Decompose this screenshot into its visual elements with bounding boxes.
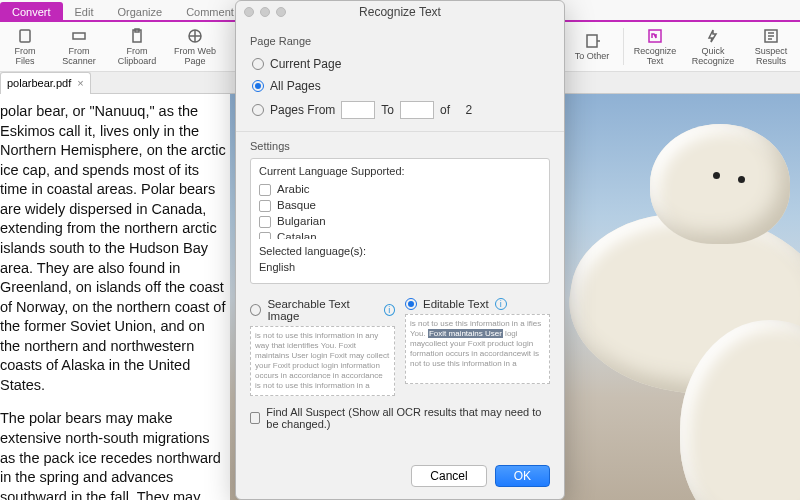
other-icon	[584, 33, 600, 49]
quick-ocr-icon	[705, 28, 721, 44]
recognize-text-dialog: Recognize Text Page Range Current Page A…	[235, 0, 565, 500]
tab-organize[interactable]: Organize	[106, 2, 175, 20]
radio-searchable-text[interactable]: Searchable Text Imagei	[250, 298, 395, 326]
tool-quick-recognize[interactable]: Quick Recognize	[684, 22, 742, 71]
preview-searchable: is not to use this information in any wa…	[250, 326, 395, 396]
dialog-titlebar: Recognize Text	[236, 1, 564, 23]
tool-suspect-results[interactable]: Suspect Results	[742, 22, 800, 71]
tool-recognize-text[interactable]: Recognize Text	[626, 22, 684, 71]
tool-from-scanner[interactable]: From Scanner	[50, 22, 108, 71]
page-range-label: Page Range	[250, 35, 550, 47]
tab-edit[interactable]: Edit	[63, 2, 106, 20]
suspect-icon	[763, 28, 779, 44]
language-list[interactable]: Arabic Basque Bulgarian Catalan	[259, 181, 541, 239]
svg-rect-1	[73, 33, 85, 39]
info-icon[interactable]: i	[495, 298, 507, 310]
selected-lang-label: Selected language(s):	[259, 245, 541, 257]
ocr-icon	[647, 28, 663, 44]
tab-convert[interactable]: Convert	[0, 2, 63, 20]
document-text: polar bear, or "Nanuuq," as the Eskimos …	[0, 94, 230, 500]
clipboard-icon	[129, 28, 145, 44]
cancel-button[interactable]: Cancel	[411, 465, 486, 487]
ok-button[interactable]: OK	[495, 465, 550, 487]
tool-from-web[interactable]: From Web Page	[166, 22, 224, 71]
document-tab[interactable]: polarbear.pdf ×	[0, 72, 91, 94]
svg-rect-0	[20, 30, 30, 42]
tool-from-clipboard[interactable]: From Clipboard	[108, 22, 166, 71]
info-icon[interactable]: i	[384, 304, 395, 316]
radio-pages-from[interactable]: Pages From To of 2	[250, 97, 550, 123]
tool-from-files[interactable]: From Files	[0, 22, 50, 71]
pages-to-input[interactable]	[400, 101, 434, 119]
scanner-icon	[71, 28, 87, 44]
find-all-suspect-checkbox[interactable]: Find All Suspect (Show all OCR results t…	[250, 406, 550, 430]
web-icon	[187, 28, 203, 44]
lang-supported-label: Current Language Supported:	[259, 165, 541, 177]
close-tab-icon[interactable]: ×	[77, 77, 83, 89]
preview-editable: is not to use this information in a ifie…	[405, 314, 550, 384]
settings-label: Settings	[250, 140, 550, 152]
file-icon	[17, 28, 33, 44]
tool-to-other[interactable]: To Other	[563, 22, 621, 71]
document-tab-label: polarbear.pdf	[7, 77, 71, 89]
svg-rect-7	[587, 35, 597, 47]
dialog-title: Recognize Text	[236, 5, 564, 19]
radio-all-pages[interactable]: All Pages	[250, 75, 550, 97]
pages-from-input[interactable]	[341, 101, 375, 119]
selected-lang-value: English	[259, 257, 541, 277]
radio-editable-text[interactable]: Editable Texti	[405, 298, 550, 314]
radio-current-page[interactable]: Current Page	[250, 53, 550, 75]
